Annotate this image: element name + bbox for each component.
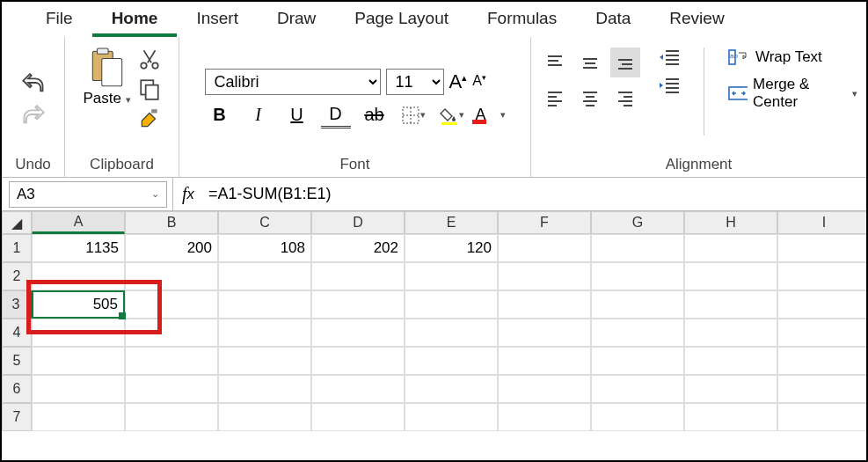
cell-G4[interactable] bbox=[591, 319, 684, 347]
col-header-A[interactable]: A bbox=[32, 211, 125, 234]
wrap-text-button[interactable]: ab Wrap Text bbox=[727, 48, 857, 67]
merge-center-button[interactable]: Merge & Center ▾ bbox=[727, 76, 857, 111]
borders-button[interactable]: ▾ bbox=[398, 102, 428, 128]
cell-A4[interactable] bbox=[32, 319, 125, 347]
select-all-corner[interactable]: ◢ bbox=[2, 211, 32, 234]
cell-F4[interactable] bbox=[498, 319, 591, 347]
cut-icon[interactable] bbox=[138, 48, 161, 70]
cell-F3[interactable] bbox=[498, 290, 591, 319]
cell-B3[interactable] bbox=[125, 290, 218, 319]
cell-E7[interactable] bbox=[405, 403, 498, 431]
copy-icon[interactable] bbox=[138, 77, 161, 100]
cell-A6[interactable] bbox=[32, 375, 125, 403]
tab-data[interactable]: Data bbox=[576, 5, 650, 37]
cell-A5[interactable] bbox=[32, 347, 125, 375]
cell-I6[interactable] bbox=[777, 375, 868, 403]
cell-F7[interactable] bbox=[498, 403, 591, 431]
paste-icon[interactable] bbox=[88, 48, 127, 90]
tab-file[interactable]: File bbox=[26, 5, 92, 37]
tab-insert[interactable]: Insert bbox=[177, 5, 258, 37]
cell-B6[interactable] bbox=[125, 375, 218, 403]
cell-F1[interactable] bbox=[498, 234, 591, 262]
cell-I5[interactable] bbox=[777, 347, 868, 375]
font-color-button[interactable]: A ▾ bbox=[476, 102, 506, 128]
col-header-B[interactable]: B bbox=[125, 211, 218, 234]
row-header-7[interactable]: 7 bbox=[2, 403, 32, 431]
cell-C6[interactable] bbox=[218, 375, 311, 403]
font-size-select[interactable]: 11 bbox=[386, 69, 444, 95]
undo-icon[interactable] bbox=[21, 73, 46, 92]
underline-button[interactable]: U bbox=[282, 102, 312, 128]
tab-review[interactable]: Review bbox=[650, 5, 743, 37]
col-header-F[interactable]: F bbox=[498, 211, 591, 234]
italic-button[interactable]: I bbox=[244, 102, 274, 128]
cell-H5[interactable] bbox=[684, 347, 777, 375]
cell-A3[interactable]: 505 bbox=[32, 290, 125, 319]
row-header-5[interactable]: 5 bbox=[2, 347, 32, 375]
cell-G7[interactable] bbox=[591, 403, 684, 431]
cell-H6[interactable] bbox=[684, 375, 777, 403]
cell-I3[interactable] bbox=[777, 290, 868, 319]
cell-I1[interactable] bbox=[777, 234, 868, 262]
cell-G2[interactable] bbox=[591, 262, 684, 290]
row-header-1[interactable]: 1 bbox=[2, 234, 32, 262]
paste-button[interactable]: Paste bbox=[83, 90, 120, 106]
cell-G6[interactable] bbox=[591, 375, 684, 403]
cell-E1[interactable]: 120 bbox=[405, 234, 498, 262]
cell-H2[interactable] bbox=[684, 262, 777, 290]
cell-D1[interactable]: 202 bbox=[311, 234, 405, 262]
cell-I2[interactable] bbox=[777, 262, 868, 290]
cell-B5[interactable] bbox=[125, 347, 218, 375]
tab-formulas[interactable]: Formulas bbox=[468, 5, 576, 37]
col-header-H[interactable]: H bbox=[684, 211, 777, 234]
cell-D6[interactable] bbox=[311, 375, 405, 403]
fill-color-button[interactable]: ▾ bbox=[437, 102, 467, 128]
cell-F5[interactable] bbox=[498, 347, 591, 375]
cell-C4[interactable] bbox=[218, 319, 311, 347]
cell-H3[interactable] bbox=[684, 290, 777, 319]
tab-home[interactable]: Home bbox=[92, 5, 178, 37]
cell-A2[interactable] bbox=[32, 262, 125, 290]
cell-C5[interactable] bbox=[218, 347, 311, 375]
cell-E2[interactable] bbox=[405, 262, 498, 290]
cell-C3[interactable] bbox=[218, 290, 311, 319]
cell-C1[interactable]: 108 bbox=[218, 234, 311, 262]
tab-page-layout[interactable]: Page Layout bbox=[335, 5, 468, 37]
increase-indent-icon[interactable] bbox=[658, 76, 681, 95]
cell-B4[interactable] bbox=[125, 319, 218, 347]
cell-E6[interactable] bbox=[405, 375, 498, 403]
redo-icon[interactable] bbox=[21, 105, 46, 124]
bold-button[interactable]: B bbox=[205, 102, 235, 128]
cell-F2[interactable] bbox=[498, 262, 591, 290]
cell-E5[interactable] bbox=[405, 347, 498, 375]
double-underline-button[interactable]: D bbox=[321, 102, 351, 128]
tab-draw[interactable]: Draw bbox=[258, 5, 335, 37]
cell-A7[interactable] bbox=[32, 403, 125, 431]
align-bottom-icon[interactable] bbox=[610, 48, 640, 77]
cell-G3[interactable] bbox=[591, 290, 684, 319]
cell-D2[interactable] bbox=[311, 262, 405, 290]
cell-D4[interactable] bbox=[311, 319, 405, 347]
strikethrough-button[interactable]: ab bbox=[360, 102, 390, 128]
col-header-G[interactable]: G bbox=[591, 211, 684, 234]
cell-I4[interactable] bbox=[777, 319, 868, 347]
cell-D3[interactable] bbox=[311, 290, 405, 319]
decrease-indent-icon[interactable] bbox=[658, 48, 681, 67]
cell-E3[interactable] bbox=[405, 290, 498, 319]
align-middle-icon[interactable] bbox=[575, 48, 605, 77]
cell-B7[interactable] bbox=[125, 403, 218, 431]
align-left-icon[interactable] bbox=[540, 83, 570, 113]
cell-I7[interactable] bbox=[777, 403, 868, 431]
font-name-select[interactable]: Calibri bbox=[205, 69, 381, 95]
name-box[interactable]: A3 ⌄ bbox=[9, 181, 167, 208]
align-top-icon[interactable] bbox=[540, 48, 570, 77]
cell-F6[interactable] bbox=[498, 375, 591, 403]
row-header-4[interactable]: 4 bbox=[2, 319, 32, 347]
align-right-icon[interactable] bbox=[610, 83, 640, 113]
chevron-down-icon[interactable]: ▾ bbox=[126, 94, 131, 105]
cell-B1[interactable]: 200 bbox=[125, 234, 218, 262]
format-painter-icon[interactable] bbox=[138, 107, 161, 130]
row-header-2[interactable]: 2 bbox=[2, 262, 32, 290]
cell-H1[interactable] bbox=[684, 234, 777, 262]
cell-C2[interactable] bbox=[218, 262, 311, 290]
